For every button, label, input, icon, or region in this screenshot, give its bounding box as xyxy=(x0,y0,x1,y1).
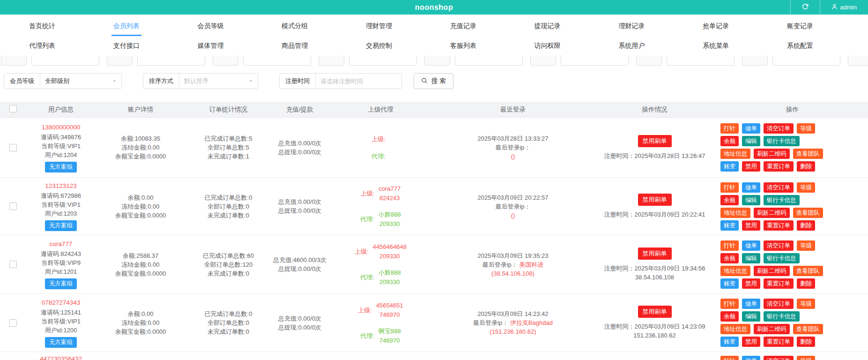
action-button-删除[interactable]: 删除 xyxy=(797,278,815,289)
nav-row1-item-0[interactable]: 首页统计 xyxy=(0,15,84,37)
nav-row1-item-5[interactable]: 充值记录 xyxy=(421,15,505,37)
register-time-input[interactable] xyxy=(320,78,393,85)
ban-order-button[interactable]: 禁用刷单 xyxy=(638,135,672,147)
action-button-余额[interactable]: 余额 xyxy=(720,253,739,263)
action-button-清空订单[interactable]: 清空订单 xyxy=(764,240,794,251)
action-button-地址信息[interactable]: 地址信息 xyxy=(720,266,750,276)
plan-group-tag[interactable]: 无方案组 xyxy=(45,162,77,172)
nav-row1-item-4[interactable]: 理财管理 xyxy=(337,15,421,37)
action-button-编辑[interactable]: 编辑 xyxy=(742,311,760,322)
nav-row1-item-2[interactable]: 会员等级 xyxy=(169,15,253,37)
action-button-编辑[interactable]: 编辑 xyxy=(742,253,760,263)
action-button-地址信息[interactable]: 地址信息 xyxy=(720,324,750,334)
select-all-checkbox[interactable] xyxy=(9,105,17,112)
action-button-重置订单[interactable]: 重置订单 xyxy=(764,220,794,231)
nav-row2-item-3[interactable]: 商品管理 xyxy=(252,37,337,56)
row-checkbox[interactable] xyxy=(9,261,17,268)
nav-row1-item-9[interactable]: 账变记录 xyxy=(758,15,842,37)
action-button-清空订单[interactable]: 清空订单 xyxy=(764,123,794,134)
action-button-禁用[interactable]: 禁用 xyxy=(742,161,760,172)
nav-row1-item-8[interactable]: 抢单记录 xyxy=(674,15,758,37)
action-button-禁用[interactable]: 禁用 xyxy=(742,337,760,347)
nav-row2-item-5[interactable]: 客服列表 xyxy=(421,37,505,56)
action-button-地址信息[interactable]: 地址信息 xyxy=(720,208,750,218)
nav-row1-item-1[interactable]: 会员列表 xyxy=(84,15,169,37)
action-button-查看团队[interactable]: 查看团队 xyxy=(793,324,823,334)
action-button-删除[interactable]: 删除 xyxy=(797,161,815,172)
nav-row2-item-7[interactable]: 系统用户 xyxy=(590,37,674,56)
action-button-余额[interactable]: 余额 xyxy=(720,136,739,146)
refresh-button[interactable] xyxy=(790,0,820,15)
action-button-禁用[interactable]: 禁用 xyxy=(742,220,760,231)
action-button-等级[interactable]: 等级 xyxy=(797,356,815,360)
action-button-等级[interactable]: 等级 xyxy=(797,240,815,251)
nav-row2-item-0[interactable]: 代理列表 xyxy=(0,37,84,56)
action-button-清空订单[interactable]: 清空订单 xyxy=(764,299,794,309)
caret-down-icon: ▼ xyxy=(112,79,117,83)
plan-group-tag[interactable]: 无方案组 xyxy=(45,278,77,289)
action-button-等级[interactable]: 等级 xyxy=(797,123,815,134)
action-button-刷新二维码[interactable]: 刷新二维码 xyxy=(754,208,790,218)
action-button-账变[interactable]: 账变 xyxy=(720,337,739,347)
member-level-select[interactable]: 全部级别 ▼ xyxy=(40,74,121,89)
ban-order-button[interactable]: 禁用刷单 xyxy=(638,194,672,206)
action-button-刷新二维码[interactable]: 刷新二维码 xyxy=(754,149,790,159)
row-checkbox[interactable] xyxy=(9,144,17,151)
row-checkbox[interactable] xyxy=(9,202,17,210)
action-button-刷新二维码[interactable]: 刷新二维码 xyxy=(754,266,790,276)
nav-row2-item-8[interactable]: 系统菜单 xyxy=(674,37,758,56)
action-button-编辑[interactable]: 编辑 xyxy=(742,195,760,205)
nav-row1-item-6[interactable]: 提现记录 xyxy=(505,15,590,37)
action-button-打针[interactable]: 打针 xyxy=(720,182,739,193)
action-button-重置订单[interactable]: 重置订单 xyxy=(764,278,794,289)
action-button-余额[interactable]: 余额 xyxy=(720,195,739,205)
action-button-打针[interactable]: 打针 xyxy=(720,123,739,134)
row-checkbox[interactable] xyxy=(9,319,17,327)
action-button-删除[interactable]: 删除 xyxy=(797,220,815,231)
action-button-编辑[interactable]: 编辑 xyxy=(742,136,760,146)
ban-order-button[interactable]: 禁用刷单 xyxy=(638,248,672,260)
action-button-清空订单[interactable]: 清空订单 xyxy=(764,182,794,193)
action-button-账变[interactable]: 账变 xyxy=(720,161,739,172)
admin-user-button[interactable]: admin xyxy=(820,0,868,15)
action-button-做单[interactable]: 做单 xyxy=(742,299,760,309)
action-button-银行卡信息[interactable]: 银行卡信息 xyxy=(764,195,800,205)
action-button-禁用[interactable]: 禁用 xyxy=(742,278,760,289)
action-button-账变[interactable]: 账变 xyxy=(720,220,739,231)
plan-group-tag[interactable]: 无方案组 xyxy=(45,337,77,348)
nav-row2-item-4[interactable]: 交易控制 xyxy=(337,37,421,56)
plan-group-tag[interactable]: 无方案组 xyxy=(45,220,77,231)
action-button-删除[interactable]: 删除 xyxy=(797,337,815,347)
action-button-做单[interactable]: 做单 xyxy=(742,182,760,193)
action-button-余额[interactable]: 余额 xyxy=(720,311,739,322)
nav-row2-item-6[interactable]: 访问权限 xyxy=(505,37,590,56)
nav-row1-item-3[interactable]: 模式分组 xyxy=(252,15,337,37)
action-button-打针[interactable]: 打针 xyxy=(720,356,739,360)
nav-row2-item-1[interactable]: 支付接口 xyxy=(84,37,169,56)
action-button-银行卡信息[interactable]: 银行卡信息 xyxy=(764,253,800,263)
action-button-打针[interactable]: 打针 xyxy=(720,299,739,309)
action-button-等级[interactable]: 等级 xyxy=(797,299,815,309)
action-button-银行卡信息[interactable]: 银行卡信息 xyxy=(764,136,800,146)
action-button-做单[interactable]: 做单 xyxy=(742,123,760,134)
nav-row2-item-9[interactable]: 系统配置 xyxy=(758,37,842,56)
action-button-查看团队[interactable]: 查看团队 xyxy=(793,266,823,276)
action-button-等级[interactable]: 等级 xyxy=(797,182,815,193)
action-button-刷新二维码[interactable]: 刷新二维码 xyxy=(754,324,790,334)
action-button-做单[interactable]: 做单 xyxy=(742,356,760,360)
action-button-做单[interactable]: 做单 xyxy=(742,240,760,251)
search-button[interactable]: 搜 索 xyxy=(414,73,453,89)
sort-select[interactable]: 默认排序 ▼ xyxy=(179,74,258,89)
action-button-清空订单[interactable]: 清空订单 xyxy=(764,356,794,360)
action-button-查看团队[interactable]: 查看团队 xyxy=(793,149,823,159)
action-button-查看团队[interactable]: 查看团队 xyxy=(793,208,823,218)
ban-order-button[interactable]: 禁用刷单 xyxy=(638,306,672,318)
action-button-地址信息[interactable]: 地址信息 xyxy=(720,149,750,159)
nav-row1-item-7[interactable]: 理财记录 xyxy=(590,15,674,37)
action-button-重置订单[interactable]: 重置订单 xyxy=(764,161,794,172)
action-button-打针[interactable]: 打针 xyxy=(720,240,739,251)
action-button-账变[interactable]: 账变 xyxy=(720,278,739,289)
action-button-重置订单[interactable]: 重置订单 xyxy=(764,337,794,347)
action-button-银行卡信息[interactable]: 银行卡信息 xyxy=(764,311,800,322)
nav-row2-item-2[interactable]: 媒体管理 xyxy=(169,37,253,56)
